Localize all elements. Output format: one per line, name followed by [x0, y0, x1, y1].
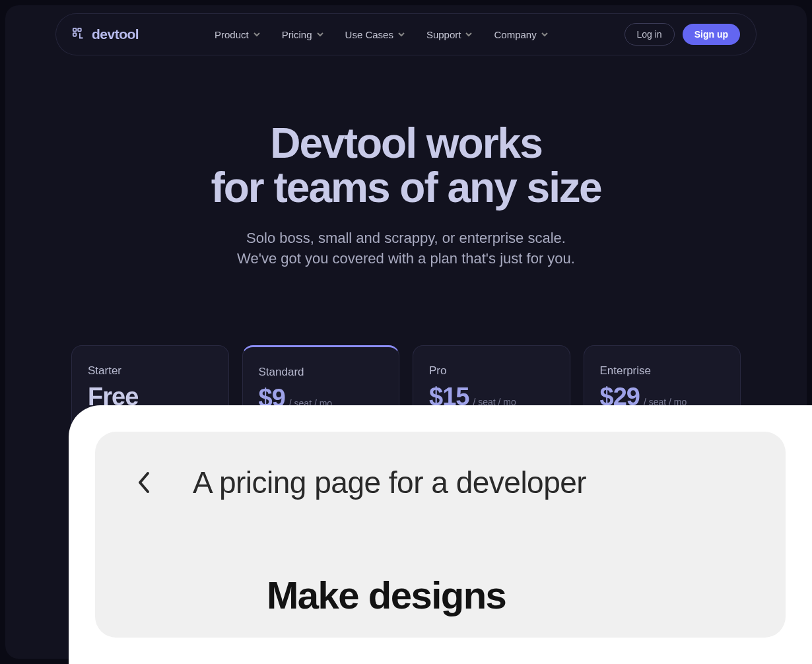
logo[interactable]: devtool — [72, 26, 139, 42]
nav-label: Pricing — [282, 29, 312, 40]
hero-subtitle-line2: We've got you covered with a plan that's… — [237, 250, 575, 267]
nav-link-pricing[interactable]: Pricing — [282, 29, 324, 40]
chevron-down-icon — [253, 30, 261, 38]
overlay-heading: Make designs — [267, 573, 746, 617]
svg-rect-1 — [78, 28, 81, 32]
hero-subtitle-line1: Solo boss, small and scrappy, or enterpr… — [246, 230, 566, 246]
nav-links: Product Pricing Use Cases Support Compan… — [215, 29, 549, 40]
signup-button[interactable]: Sign up — [683, 24, 740, 45]
nav-link-support[interactable]: Support — [426, 29, 473, 40]
navbar: devtool Product Pricing Use Cases Suppor… — [55, 13, 757, 55]
nav-label: Support — [426, 29, 461, 40]
nav-label: Company — [494, 29, 536, 40]
plan-name: Starter — [88, 364, 213, 378]
nav-link-company[interactable]: Company — [494, 29, 548, 40]
overlay-inner: A pricing page for a developer Make desi… — [95, 432, 786, 638]
chevron-down-icon — [541, 30, 549, 38]
logo-text: devtool — [92, 26, 139, 42]
plan-name: Enterprise — [600, 364, 725, 378]
hero-title: Devtool works for teams of any size — [32, 121, 780, 210]
svg-rect-0 — [73, 28, 77, 32]
chevron-down-icon — [397, 30, 405, 38]
overlay-panel: A pricing page for a developer Make desi… — [69, 405, 812, 664]
hero-title-line1: Devtool works — [270, 119, 541, 167]
plan-name: Standard — [259, 366, 384, 379]
login-button[interactable]: Log in — [625, 23, 675, 46]
hero-title-line2: for teams of any size — [211, 164, 601, 211]
svg-rect-2 — [73, 33, 77, 36]
overlay-header: A pricing page for a developer — [135, 465, 746, 500]
hero-subtitle: Solo boss, small and scrappy, or enterpr… — [32, 228, 780, 269]
nav-link-usecases[interactable]: Use Cases — [345, 29, 405, 40]
logo-icon — [72, 27, 86, 42]
nav-label: Product — [215, 29, 249, 40]
plan-name: Pro — [429, 364, 554, 378]
nav-actions: Log in Sign up — [625, 23, 740, 46]
back-chevron-icon[interactable] — [135, 469, 153, 496]
chevron-down-icon — [316, 30, 324, 38]
hero-section: Devtool works for teams of any size Solo… — [5, 121, 807, 269]
nav-link-product[interactable]: Product — [215, 29, 261, 40]
overlay-breadcrumb-title: A pricing page for a developer — [193, 465, 586, 500]
nav-label: Use Cases — [345, 29, 393, 40]
chevron-down-icon — [465, 30, 473, 38]
